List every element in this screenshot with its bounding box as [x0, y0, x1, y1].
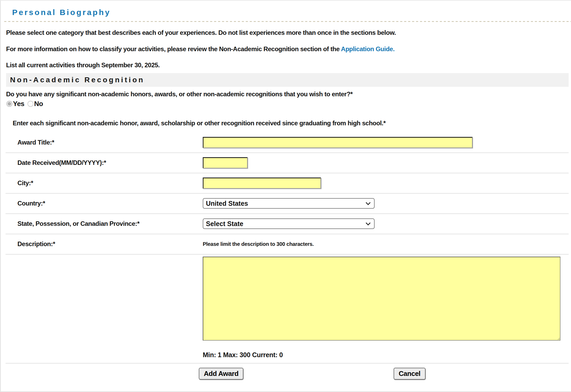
description-textarea[interactable]	[203, 257, 560, 341]
state-select-wrap: Select State	[203, 218, 375, 229]
description-label: Description:*	[17, 240, 203, 248]
state-select[interactable]: Select State	[203, 218, 375, 229]
form-footer: Add Award Cancel	[6, 363, 569, 380]
no-radio[interactable]	[27, 101, 34, 107]
description-textarea-block	[203, 257, 571, 342]
city-row: City:*	[6, 173, 569, 194]
recognition-question: Do you have any significant non-academic…	[6, 90, 566, 98]
intro-paragraph-2: For more information on how to classify …	[6, 45, 566, 53]
personal-biography-page: Personal Biography Please select one cat…	[0, 0, 571, 392]
section-header-non-academic-recognition: Non-Academic Recognition	[6, 73, 569, 87]
intro-paragraph-1: Please select one category that best des…	[6, 29, 566, 36]
country-label: Country:*	[17, 200, 203, 207]
award-title-row: Award Title:*	[6, 133, 569, 153]
application-guide-link[interactable]: Application Guide.	[341, 45, 395, 52]
city-label: City:*	[17, 179, 203, 187]
state-row: State, Possession, or Canadian Province:…	[6, 214, 569, 234]
cancel-button[interactable]: Cancel	[394, 368, 425, 380]
state-label: State, Possession, or Canadian Province:…	[17, 220, 203, 227]
no-radio-label[interactable]: No	[34, 100, 43, 108]
yes-radio[interactable]	[6, 101, 12, 107]
intro-paragraph-3: List all current activities through Sept…	[6, 61, 566, 69]
country-select-wrap: United States	[203, 198, 375, 209]
country-select[interactable]: United States	[203, 198, 375, 209]
title-divider	[4, 21, 571, 22]
date-received-label: Date Received(MM/DD/YYYY):*	[17, 159, 203, 166]
add-award-button[interactable]: Add Award	[199, 368, 243, 380]
description-label-row: Description:* Please limit the descripti…	[6, 234, 569, 255]
recognition-radio-group: Yes No	[6, 100, 566, 108]
character-counter: Min: 1 Max: 300 Current: 0	[203, 351, 571, 359]
award-entry-instruction: Enter each significant non-academic hono…	[13, 119, 566, 127]
page-title: Personal Biography	[12, 8, 571, 17]
date-received-input[interactable]	[203, 157, 248, 168]
intro-paragraph-2-text: For more information on how to classify …	[6, 45, 341, 52]
award-title-label: Award Title:*	[17, 139, 203, 146]
date-received-row: Date Received(MM/DD/YYYY):*	[6, 153, 569, 173]
yes-radio-label[interactable]: Yes	[13, 100, 24, 108]
award-title-input[interactable]	[203, 137, 473, 148]
country-row: Country:* United States	[6, 194, 569, 214]
description-hint: Please limit the description to 300 char…	[203, 241, 314, 247]
award-form: Award Title:* Date Received(MM/DD/YYYY):…	[6, 133, 569, 255]
city-input[interactable]	[203, 178, 321, 189]
